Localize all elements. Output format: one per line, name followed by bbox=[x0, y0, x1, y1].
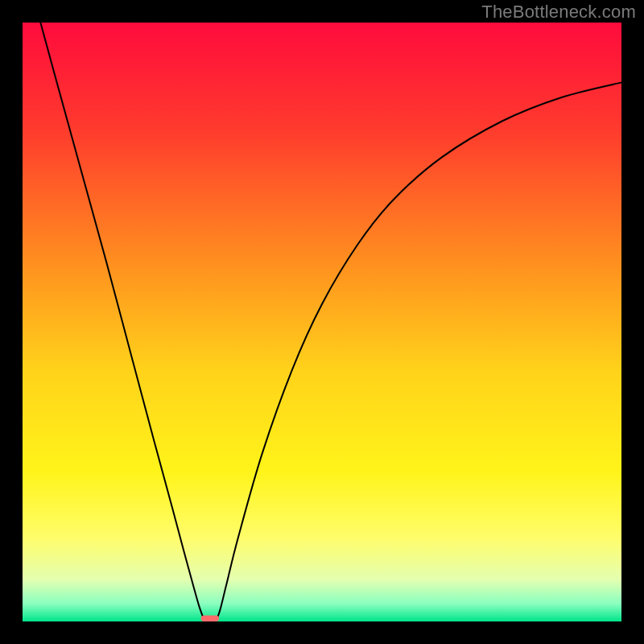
chart-frame: TheBottleneck.com bbox=[0, 0, 644, 644]
plot-background bbox=[23, 23, 621, 621]
watermark-text: TheBottleneck.com bbox=[481, 2, 636, 23]
chart-canvas bbox=[0, 0, 644, 644]
min-point-marker bbox=[201, 616, 219, 621]
